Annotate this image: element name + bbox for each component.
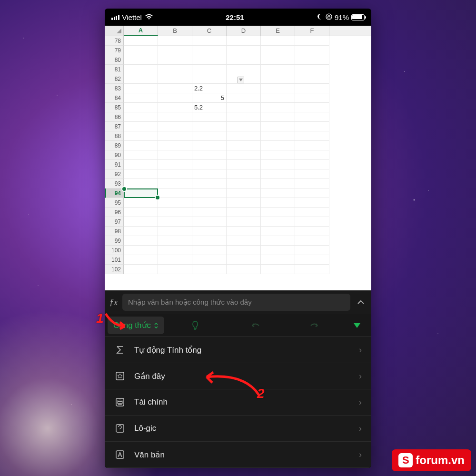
cell-B90[interactable] xyxy=(158,150,192,160)
row-header-82[interactable]: 82 xyxy=(105,74,124,84)
cell-E87[interactable] xyxy=(261,122,295,131)
cell-C84[interactable]: 5 xyxy=(192,93,227,103)
cell-C96[interactable] xyxy=(192,208,227,217)
cell-A98[interactable] xyxy=(124,227,158,236)
cell-A80[interactable] xyxy=(124,55,158,65)
cell-B79[interactable] xyxy=(158,46,192,55)
cell-B82[interactable] xyxy=(158,74,192,84)
row-header-100[interactable]: 100 xyxy=(105,246,124,255)
cell-C94[interactable] xyxy=(192,188,227,198)
cell-C97[interactable] xyxy=(192,217,227,227)
cell-C92[interactable] xyxy=(192,169,227,179)
cell-D81[interactable] xyxy=(227,65,261,74)
row-header-84[interactable]: 84 xyxy=(105,93,124,103)
cell-D84[interactable] xyxy=(227,93,261,103)
cell-D102[interactable] xyxy=(227,265,261,274)
row-header-98[interactable]: 98 xyxy=(105,227,124,236)
cell-A101[interactable] xyxy=(124,255,158,265)
cell-D93[interactable] xyxy=(227,179,261,188)
column-header-D[interactable]: D xyxy=(227,26,261,36)
cell-E81[interactable] xyxy=(261,65,295,74)
cell-A83[interactable] xyxy=(124,84,158,93)
cell-C88[interactable] xyxy=(192,131,227,141)
cell-F86[interactable] xyxy=(295,112,329,122)
cell-B81[interactable] xyxy=(158,65,192,74)
cell-A79[interactable] xyxy=(124,46,158,55)
cell-A100[interactable] xyxy=(124,246,158,255)
lightbulb-button[interactable] xyxy=(166,316,224,335)
cell-A94[interactable] xyxy=(124,188,158,198)
cell-B85[interactable] xyxy=(158,103,192,112)
cell-A102[interactable] xyxy=(124,265,158,274)
cell-E86[interactable] xyxy=(261,112,295,122)
select-all-corner[interactable] xyxy=(105,26,124,36)
cell-C90[interactable] xyxy=(192,150,227,160)
cell-F102[interactable] xyxy=(295,265,329,274)
column-header-C[interactable]: C xyxy=(192,26,227,36)
cell-E85[interactable] xyxy=(261,103,295,112)
column-header-A[interactable]: A xyxy=(124,26,158,36)
row-header-91[interactable]: 91 xyxy=(105,160,124,169)
cell-B94[interactable] xyxy=(158,188,192,198)
cell-C86[interactable] xyxy=(192,112,227,122)
cell-B86[interactable] xyxy=(158,112,192,122)
cell-A96[interactable] xyxy=(124,208,158,217)
cell-B80[interactable] xyxy=(158,55,192,65)
row-header-95[interactable]: 95 xyxy=(105,198,124,208)
cell-D95[interactable] xyxy=(227,198,261,208)
cell-A97[interactable] xyxy=(124,217,158,227)
cell-B83[interactable] xyxy=(158,84,192,93)
formula-input[interactable]: Nhập văn bản hoặc công thức vào đây xyxy=(122,294,350,311)
row-header-80[interactable]: 80 xyxy=(105,55,124,65)
row-header-78[interactable]: 78 xyxy=(105,36,124,46)
cell-E88[interactable] xyxy=(261,131,295,141)
cell-B97[interactable] xyxy=(158,217,192,227)
cell-D99[interactable] xyxy=(227,236,261,246)
cell-D89[interactable] xyxy=(227,141,261,150)
cell-A92[interactable] xyxy=(124,169,158,179)
row-header-96[interactable]: 96 xyxy=(105,208,124,217)
filter-dropdown-icon[interactable] xyxy=(238,77,244,83)
cell-C81[interactable] xyxy=(192,65,227,74)
cell-F93[interactable] xyxy=(295,179,329,188)
row-header-101[interactable]: 101 xyxy=(105,255,124,265)
cell-E98[interactable] xyxy=(261,227,295,236)
row-header-92[interactable]: 92 xyxy=(105,169,124,179)
cell-E90[interactable] xyxy=(261,150,295,160)
cell-B98[interactable] xyxy=(158,227,192,236)
cell-D91[interactable] xyxy=(227,160,261,169)
row-header-89[interactable]: 89 xyxy=(105,141,124,150)
row-header-102[interactable]: 102 xyxy=(105,265,124,274)
cell-D80[interactable] xyxy=(227,55,261,65)
cell-D100[interactable] xyxy=(227,246,261,255)
cell-B96[interactable] xyxy=(158,208,192,217)
undo-button[interactable] xyxy=(226,316,284,335)
cell-E89[interactable] xyxy=(261,141,295,150)
row-header-85[interactable]: 85 xyxy=(105,103,124,112)
cell-E99[interactable] xyxy=(261,236,295,246)
cell-C87[interactable] xyxy=(192,122,227,131)
cell-A84[interactable] xyxy=(124,93,158,103)
cell-F88[interactable] xyxy=(295,131,329,141)
cell-F91[interactable] xyxy=(295,160,329,169)
cell-B88[interactable] xyxy=(158,131,192,141)
spreadsheet[interactable]: ABCDEF 7879808182832.2845855.28687888990… xyxy=(105,26,371,290)
row-header-86[interactable]: 86 xyxy=(105,112,124,122)
cell-B101[interactable] xyxy=(158,255,192,265)
cell-F101[interactable] xyxy=(295,255,329,265)
cell-C79[interactable] xyxy=(192,46,227,55)
cell-C78[interactable] xyxy=(192,36,227,46)
cell-B84[interactable] xyxy=(158,93,192,103)
cell-B92[interactable] xyxy=(158,169,192,179)
cell-D85[interactable] xyxy=(227,103,261,112)
row-header-94[interactable]: 94 xyxy=(105,188,124,198)
column-header-E[interactable]: E xyxy=(261,26,295,36)
cell-C101[interactable] xyxy=(192,255,227,265)
cell-E95[interactable] xyxy=(261,198,295,208)
cell-E92[interactable] xyxy=(261,169,295,179)
row-header-99[interactable]: 99 xyxy=(105,236,124,246)
cell-C98[interactable] xyxy=(192,227,227,236)
column-header-F[interactable]: F xyxy=(295,26,329,36)
cell-B87[interactable] xyxy=(158,122,192,131)
collapse-keyboard-icon[interactable] xyxy=(355,296,367,308)
